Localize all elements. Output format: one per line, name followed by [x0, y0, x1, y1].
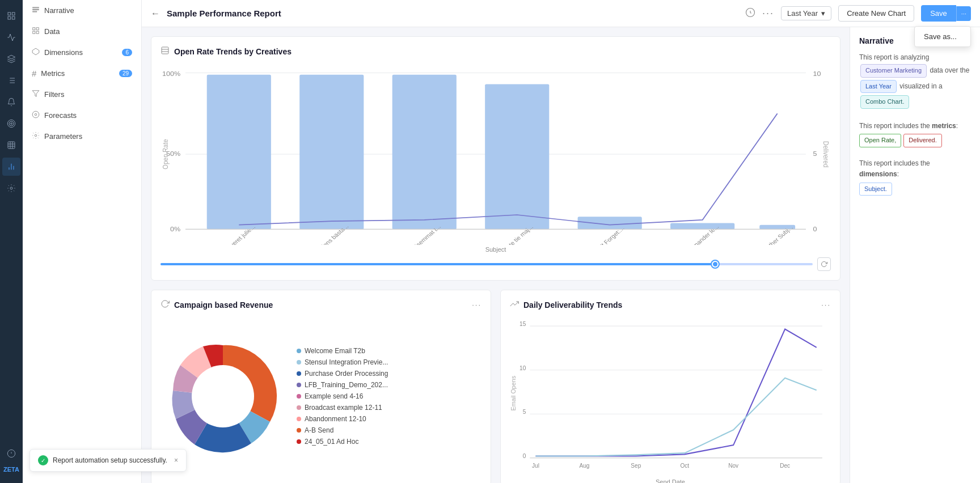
open-rate-chart-body: 100% 50% 0% Open Rate 10 5 0 Delivered	[160, 63, 831, 245]
legend-dot-1	[297, 360, 301, 365]
sidebar-alert-icon[interactable]	[2, 444, 20, 463]
legend-label-6: Abandonment 12-10	[305, 415, 366, 423]
legend-label-2: Purchase Order Processing	[305, 370, 388, 378]
parameters-icon	[32, 132, 40, 141]
save-more-button[interactable]: ···	[956, 6, 971, 21]
app-logo: ZETA	[3, 466, 19, 473]
svg-rect-32	[36, 31, 39, 33]
svg-point-35	[32, 111, 39, 118]
create-new-chart-button[interactable]: Create New Chart	[838, 5, 914, 22]
sidebar-settings-icon[interactable]	[2, 179, 20, 197]
sidebar-grid2-icon[interactable]	[2, 136, 20, 154]
narrative-panel: Narrative This report is analyzing Custo…	[850, 27, 980, 483]
svg-text:Oct: Oct	[680, 463, 689, 469]
date-filter-select[interactable]: Last Year ▾	[781, 6, 831, 20]
sidebar-item-narrative[interactable]: Narrative	[23, 0, 141, 21]
slider-fill	[160, 263, 715, 265]
donut-legend: Welcome Email T2b Stensul Integration Pr…	[297, 347, 388, 446]
last-year-tag: Last Year	[860, 80, 897, 94]
legend-item-6: Abandonment 12-10	[297, 415, 388, 423]
svg-rect-58	[670, 223, 734, 229]
campaign-revenue-title: Campaign based Revenue	[174, 300, 273, 310]
header-circle-icon[interactable]	[745, 7, 755, 19]
open-rate-chart-title: Open Rate Trends by Creatives	[174, 47, 292, 56]
slider-thumb[interactable]	[712, 261, 719, 268]
svg-rect-54	[299, 75, 364, 230]
open-rate-chart-card: Open Rate Trends by Creatives 100% 50% 0…	[151, 36, 840, 281]
dimensions-icon	[32, 48, 40, 57]
sidebar-target-icon[interactable]	[2, 115, 20, 133]
campaign-revenue-more[interactable]: ···	[472, 300, 481, 309]
sidebar-item-filters[interactable]: Filters	[23, 84, 141, 105]
open-rate-x-label: Subject	[160, 246, 831, 253]
dimensions-badge: 6	[122, 49, 132, 56]
metrics-label: Metrics	[41, 69, 65, 78]
legend-item-0: Welcome Email T2b	[297, 347, 388, 355]
svg-text:5: 5	[813, 150, 817, 158]
svg-text:Sep: Sep	[631, 463, 641, 469]
save-as-button[interactable]: Save as...	[915, 27, 970, 46]
sidebar-bar-chart-icon[interactable]	[2, 158, 20, 176]
legend-dot-7	[297, 428, 301, 433]
over-label: data over the	[930, 66, 969, 74]
toast-close-button[interactable]: ×	[174, 456, 178, 464]
narrative-label: Narrative	[44, 6, 74, 15]
legend-label-8: 24_05_01 Ad Hoc	[305, 438, 358, 446]
svg-text:Dec: Dec	[780, 463, 790, 469]
sidebar-item-data[interactable]: Data	[23, 21, 141, 42]
sidebar-item-forecasts[interactable]: Forecasts	[23, 105, 141, 126]
sidebar-grid-icon[interactable]	[2, 7, 20, 25]
legend-item-7: A-B Send	[297, 426, 388, 434]
legend-item-2: Purchase Order Processing	[297, 370, 388, 378]
toast-check-icon: ✓	[38, 455, 48, 465]
svg-rect-28	[33, 11, 37, 12]
sidebar-item-dimensions[interactable]: Dimensions 6	[23, 42, 141, 63]
combo-chart-tag: Combo Chart.	[860, 95, 909, 109]
customer-marketing-tag: Customer Marketing	[860, 64, 927, 78]
legend-label-7: A-B Send	[305, 426, 333, 434]
save-button[interactable]: Save	[921, 5, 956, 22]
svg-point-22	[10, 187, 12, 189]
page-title: Sample Performance Report	[167, 9, 738, 18]
sidebar-item-metrics[interactable]: # Metrics 29	[23, 63, 141, 84]
data-icon	[32, 27, 40, 36]
slider-refresh-button[interactable]	[817, 257, 831, 271]
campaign-revenue-header: Campaign based Revenue ···	[160, 299, 481, 310]
save-dropdown: Save as...	[914, 26, 971, 47]
svg-rect-3	[12, 16, 15, 19]
svg-text:10: 10	[813, 70, 821, 78]
forecasts-icon	[32, 111, 40, 120]
svg-text:Aug: Aug	[579, 463, 589, 469]
header-more-button[interactable]: ···	[762, 7, 774, 19]
sidebar-bell-icon[interactable]	[2, 93, 20, 111]
daily-deliverability-more[interactable]: ···	[821, 300, 831, 309]
svg-text:100%: 100%	[162, 70, 181, 78]
narrative-body: This report is analyzing Customer Market…	[859, 52, 971, 196]
legend-label-4: Example send 4-16	[305, 392, 363, 400]
svg-text:Jul: Jul	[532, 463, 539, 469]
sidebar-filter-icon[interactable]	[2, 71, 20, 90]
svg-rect-1	[12, 12, 15, 15]
narrative-icon	[32, 6, 40, 15]
analyzing-label: This report is analyzing	[859, 53, 929, 61]
daily-deliverability-chart: 15 10 5 0 Email Opens	[510, 317, 831, 476]
metric-open-rate: Open Rate,	[859, 134, 901, 147]
svg-marker-34	[32, 91, 39, 97]
legend-dot-2	[297, 371, 301, 376]
date-filter-label: Last Year	[787, 9, 818, 18]
legend-item-4: Example send 4-16	[297, 392, 388, 400]
toast-notification: ✓ Report automation setup successfully. …	[29, 449, 187, 472]
legend-dot-3	[297, 383, 301, 387]
back-button[interactable]: ←	[151, 9, 160, 19]
sidebar-chart-icon[interactable]	[2, 28, 20, 46]
sidebar-item-parameters[interactable]: Parameters	[23, 126, 141, 147]
svg-text:15: 15	[519, 321, 526, 327]
metric-delivered: Delivered.	[903, 134, 942, 147]
legend-dot-6	[297, 417, 301, 421]
slider-track[interactable]	[160, 263, 813, 265]
svg-text:0: 0	[813, 225, 817, 232]
visualized-label: visualized in a	[899, 82, 942, 90]
sidebar-layers-icon[interactable]	[2, 50, 20, 68]
icon-sidebar: ZETA	[0, 0, 23, 483]
legend-label-5: Broadcast example 12-11	[305, 404, 382, 412]
